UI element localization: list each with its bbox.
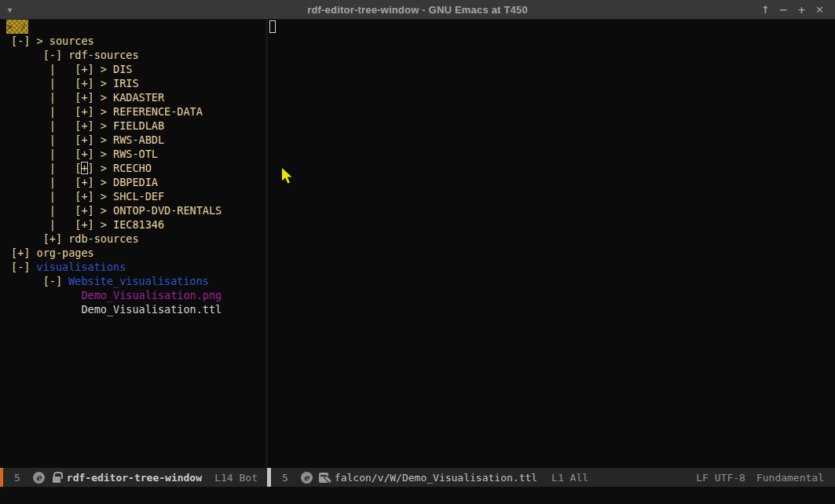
tree-window: > / [-] > sources [-] rdf-sources | [+] … bbox=[0, 20, 266, 468]
tree-node-ontop-dvd-rentals[interactable]: | [+] > ONTOP-DVD-RENTALS bbox=[11, 203, 266, 217]
tree-node-org-pages[interactable]: [+] org-pages bbox=[11, 246, 266, 260]
tree-node-reference-data[interactable]: | [+] > REFERENCE-DATA bbox=[11, 104, 266, 119]
tree-node-rws-abdl[interactable]: | [+] > RWS-ABDL bbox=[11, 133, 266, 147]
tree-node-rws-otl[interactable]: | [+] > RWS-OTL bbox=[11, 147, 266, 161]
tree-node-fieldlab[interactable]: | [+] > FIELDLAB bbox=[11, 119, 266, 133]
buffer-name: rdf-editor-tree-window bbox=[67, 472, 202, 484]
frame-content: > / [-] > sources [-] rdf-sources | [+] … bbox=[0, 20, 835, 468]
inactive-cursor bbox=[269, 20, 276, 33]
tree-node-rdf-sources[interactable]: [-] rdf-sources bbox=[11, 48, 266, 62]
major-mode: Fundamental bbox=[756, 472, 824, 484]
cursor-position: L14 Bot bbox=[214, 472, 258, 484]
minimize-button[interactable]: − bbox=[775, 0, 793, 20]
maximize-button[interactable]: + bbox=[793, 0, 811, 20]
modelines: 5 e rdf-editor-tree-window L14 Bot 5 e f… bbox=[0, 468, 835, 487]
window-controls: ↑ − + ✕ bbox=[756, 0, 829, 20]
buffer-name: falcon/v/W/Demo_Visualisation.ttl bbox=[335, 472, 537, 484]
window-number: 5 bbox=[282, 472, 288, 484]
tree-root-icon[interactable]: > / bbox=[6, 20, 28, 34]
modeline-left: 5 e rdf-editor-tree-window L14 Bot bbox=[0, 468, 267, 487]
tree-node-iris[interactable]: | [+] > IRIS bbox=[11, 76, 266, 90]
lock-icon bbox=[53, 477, 60, 483]
window-number: 5 bbox=[14, 472, 20, 484]
tree-cursor: + bbox=[81, 162, 87, 174]
tree-node-kadaster[interactable]: | [+] > KADASTER bbox=[11, 90, 266, 104]
mouse-pointer-icon bbox=[282, 168, 294, 184]
keep-above-button[interactable]: ↑ bbox=[756, 0, 775, 20]
modeline-right-end: LF UTF-8 Fundamental bbox=[696, 472, 824, 484]
window-title: rdf-editor-tree-window - GNU Emacs at T4… bbox=[0, 4, 835, 16]
emacs-circle-icon: e bbox=[301, 472, 313, 484]
modeline-inactive-bar bbox=[267, 468, 271, 487]
echo-area: Contacting host: api.linkeddata.culturee… bbox=[0, 487, 835, 504]
window-menu-icon[interactable]: ▾ bbox=[8, 5, 12, 14]
modeline-right: 5 e falcon/v/W/Demo_Visualisation.ttl L1… bbox=[267, 468, 835, 487]
modeline-active-bar bbox=[0, 468, 3, 487]
tree-node-demo-visualisation-png[interactable]: Demo_Visualisation.png bbox=[11, 288, 266, 302]
tree-node-dis[interactable]: | [+] > DIS bbox=[11, 62, 266, 76]
close-button[interactable]: ✕ bbox=[811, 0, 829, 20]
tree-node-shcl-def[interactable]: | [+] > SHCL-DEF bbox=[11, 189, 266, 203]
tree-node-sources[interactable]: [-] > sources bbox=[11, 34, 266, 48]
emacs-circle-icon: e bbox=[33, 472, 45, 484]
tree-node-rcecho[interactable]: | [+] > RCECHO bbox=[11, 161, 266, 175]
tree-node-demo-visualisation-ttl[interactable]: Demo_Visualisation.ttl bbox=[11, 302, 266, 316]
cursor-position: L1 All bbox=[551, 472, 588, 484]
tree-node-website-visualisations[interactable]: [-] Website_visualisations bbox=[11, 274, 266, 288]
titlebar: ▾ rdf-editor-tree-window - GNU Emacs at … bbox=[0, 0, 835, 20]
empty-buffer-window[interactable] bbox=[268, 20, 835, 468]
tree-node-dbpedia[interactable]: | [+] > DBPEDIA bbox=[11, 175, 266, 189]
tree-node-rdb-sources[interactable]: [+] rdb-sources bbox=[11, 232, 266, 246]
tree-node-iec81346[interactable]: | [+] > IEC81346 bbox=[11, 217, 266, 232]
tree-lines: [-] > sources [-] rdf-sources | [+] > DI… bbox=[0, 34, 266, 316]
tree-node-visualisations[interactable]: [-] visualisations bbox=[11, 260, 266, 274]
eol-encoding: LF UTF-8 bbox=[696, 472, 745, 484]
file-modified-icon bbox=[319, 473, 328, 483]
